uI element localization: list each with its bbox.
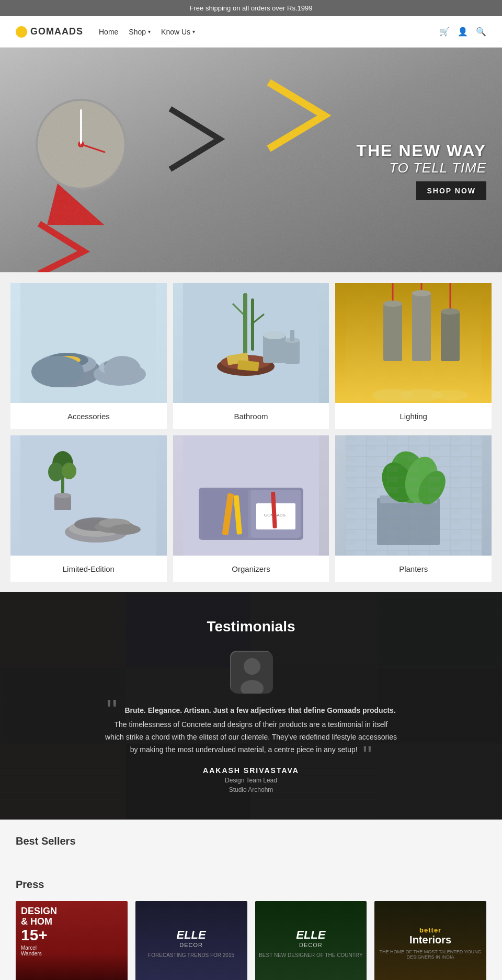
press-design-hom[interactable]: DESIGN& HOM 15+ MarcelWanders (16, 901, 128, 980)
svg-rect-29 (237, 360, 259, 371)
logo-icon (16, 26, 27, 38)
logo-link[interactable]: GOMAADS (16, 26, 83, 38)
svg-point-10 (47, 353, 88, 367)
category-organizers[interactable]: GOMAADS Organizers (173, 435, 329, 582)
press-section: Press DESIGN& HOM 15+ MarcelWanders ELLE… (0, 873, 502, 980)
svg-point-33 (383, 301, 402, 307)
banner-text: Free shipping on all orders over Rs.1999 (190, 4, 313, 12)
search-icon[interactable]: 🔍 (476, 27, 486, 37)
press-better-detail: THE HOME OF THE MOST TALENTED YOUNGDESIG… (380, 949, 482, 960)
press-better-sub: Interiors (380, 934, 482, 946)
hero-section: THE NEW WAY TO TELL TIME SHOP NOW (0, 48, 502, 272)
limited-image (10, 435, 167, 556)
svg-point-49 (54, 493, 71, 498)
press-elle1-sub: DECOR (148, 942, 234, 948)
nav-home-label: Home (99, 28, 118, 36)
svg-point-36 (412, 290, 431, 296)
header: GOMAADS Home Shop ▾ Know Us ▾ 🛒 👤 🔍 (0, 16, 502, 48)
press-elle-decor-1[interactable]: ELLE DECOR FORECASTING TRENDS FOR 2015 (135, 901, 247, 980)
lighting-svg (346, 283, 482, 403)
category-grid: Accessories (0, 272, 502, 592)
testimonial-text-block: " Brute. Elegance. Artisan. Just a few a… (105, 703, 397, 756)
svg-point-13 (99, 359, 141, 376)
press-design-hom-detail: MarcelWanders (21, 945, 122, 956)
organizers-svg: GOMAADS (183, 435, 319, 556)
press-elle-decor-2[interactable]: ELLE DECOR BEST NEW DESIGNER OF THE COUN… (255, 901, 367, 980)
organizers-image: GOMAADS (173, 435, 329, 556)
top-banner: Free shipping on all orders over Rs.1999 (0, 0, 502, 16)
testimonial-avatar (230, 651, 272, 693)
svg-rect-38 (441, 312, 460, 361)
user-icon[interactable]: 👤 (458, 27, 468, 37)
press-title: Press (16, 879, 486, 891)
svg-rect-73 (346, 435, 482, 556)
nav-know-us[interactable]: Know Us ▾ (161, 28, 195, 36)
svg-rect-35 (412, 293, 431, 361)
press-elle1-label: ELLE (148, 928, 234, 942)
lighting-image (335, 283, 492, 403)
press-elle2-label: ELLE (259, 928, 362, 942)
svg-point-24 (263, 331, 286, 339)
accessories-svg (20, 283, 156, 403)
testimonials-title: Testimonials (16, 618, 486, 635)
svg-point-11 (54, 356, 81, 364)
svg-point-55 (109, 524, 141, 535)
testimonial-role2: Studio Archohm (16, 786, 486, 793)
limited-label: Limited-Edition (10, 556, 167, 582)
planters-label: Planters (335, 556, 492, 582)
category-bathroom[interactable]: Bathroom (173, 283, 329, 429)
lighting-label: Lighting (335, 403, 492, 429)
press-better-label: better (380, 926, 482, 934)
testimonials-section: Testimonials " Brute. Elegance. Artisan.… (0, 592, 502, 820)
category-limited-edition[interactable]: Limited-Edition (10, 435, 167, 582)
hero-cta-button[interactable]: SHOP NOW (416, 181, 486, 200)
logo-text: GOMAADS (30, 26, 83, 37)
svg-rect-16 (243, 293, 247, 356)
hero-text-block: THE NEW WAY TO TELL TIME SHOP NOW (357, 142, 486, 200)
open-quote-icon: " (106, 703, 117, 719)
category-accessories[interactable]: Accessories (10, 283, 167, 429)
planters-svg (346, 435, 482, 556)
chevron-down-icon: ▾ (148, 29, 151, 34)
organizers-label: Organizers (173, 556, 329, 582)
svg-point-14 (104, 359, 135, 370)
bathroom-label: Bathroom (173, 403, 329, 429)
svg-point-39 (441, 308, 460, 315)
hero-headline1: THE NEW WAY (357, 142, 486, 160)
accessories-label: Accessories (10, 403, 167, 429)
cart-icon[interactable]: 🛒 (439, 27, 450, 37)
svg-point-77 (244, 658, 260, 675)
press-design-hom-label: DESIGN& HOM (21, 906, 122, 927)
category-planters[interactable]: Planters (335, 435, 492, 582)
svg-rect-32 (383, 304, 402, 361)
testimonial-role1: Design Team Lead (16, 777, 486, 784)
press-elle2-sub: DECOR (259, 942, 362, 948)
bathroom-image (173, 283, 329, 403)
planters-image (335, 435, 492, 556)
svg-rect-7 (20, 283, 156, 403)
main-nav: Home Shop ▾ Know Us ▾ (99, 28, 439, 36)
press-elle1-detail: FORECASTING TRENDS FOR 2015 (148, 952, 234, 958)
nav-know-us-label: Know Us (161, 28, 190, 36)
testimonial-name: AAKASH SRIVASTAVA (16, 766, 486, 775)
nav-shop-label: Shop (129, 28, 146, 36)
svg-rect-25 (285, 340, 300, 364)
svg-point-47 (62, 463, 76, 479)
press-better-interiors[interactable]: better Interiors THE HOME OF THE MOST TA… (374, 901, 486, 980)
header-icons: 🛒 👤 🔍 (439, 27, 486, 37)
press-design-hom-sub: 15+ (21, 927, 122, 943)
category-lighting[interactable]: Lighting (335, 283, 492, 429)
nav-shop[interactable]: Shop ▾ (129, 28, 151, 36)
svg-rect-27 (290, 330, 294, 341)
testimonials-content: Testimonials " Brute. Elegance. Artisan.… (16, 618, 486, 793)
press-elle2-detail: BEST NEW DESIGNER OF THE COUNTRY (259, 952, 362, 958)
chevron-down-icon: ▾ (192, 29, 195, 34)
svg-point-42 (432, 390, 469, 400)
nav-home[interactable]: Home (99, 28, 118, 36)
best-sellers-section: Best Sellers (0, 820, 502, 873)
bathroom-svg (183, 283, 319, 403)
limited-svg (20, 435, 156, 556)
press-grid: DESIGN& HOM 15+ MarcelWanders ELLE DECOR… (16, 901, 486, 980)
accessories-image (10, 283, 167, 403)
svg-point-46 (48, 463, 64, 481)
